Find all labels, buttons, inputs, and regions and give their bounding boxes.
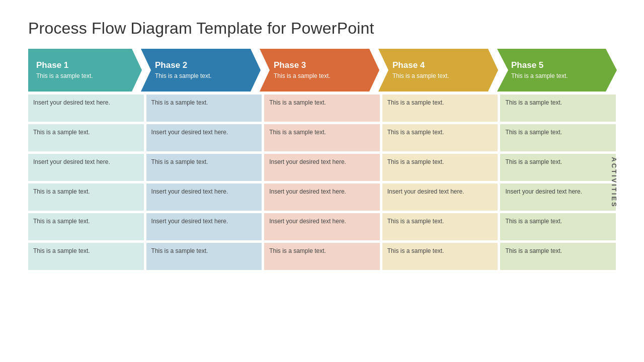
activities-label: ACTIVITIES bbox=[611, 157, 618, 208]
phase-sub-3: This is a sample text. bbox=[274, 72, 371, 80]
cell-r4-c5[interactable]: Insert your desired text here. bbox=[500, 184, 616, 211]
cell-r2-c2[interactable]: Insert your desired text here. bbox=[146, 124, 262, 151]
grid-row-5: This is a sample text.Insert your desire… bbox=[28, 213, 616, 240]
cell-r1-c5[interactable]: This is a sample text. bbox=[500, 95, 616, 122]
phase-arrow-1: Phase 1This is a sample text. bbox=[28, 49, 142, 92]
cell-r5-c1[interactable]: This is a sample text. bbox=[28, 213, 144, 240]
cell-r3-c3[interactable]: Insert your desired text here. bbox=[264, 154, 380, 181]
phase-arrow-5: Phase 5This is a sample text. bbox=[497, 49, 617, 92]
cell-r1-c2[interactable]: This is a sample text. bbox=[146, 95, 262, 122]
phase-name-2: Phase 2 bbox=[155, 60, 253, 70]
phase-name-5: Phase 5 bbox=[511, 60, 609, 70]
phase-sub-2: This is a sample text. bbox=[155, 72, 253, 80]
cell-r5-c2[interactable]: Insert your desired text here. bbox=[146, 213, 262, 240]
cell-r5-c3[interactable]: Insert your desired text here. bbox=[264, 213, 380, 240]
cell-r2-c4[interactable]: This is a sample text. bbox=[382, 124, 498, 151]
phase-arrow-2: Phase 2This is a sample text. bbox=[141, 49, 261, 92]
phases-row: Phase 1This is a sample text.Phase 2This… bbox=[28, 49, 616, 92]
cell-r3-c4[interactable]: This is a sample text. bbox=[382, 154, 498, 181]
grid-container: ACTIVITIES Insert your desired text here… bbox=[28, 95, 616, 270]
cell-r6-c3[interactable]: This is a sample text. bbox=[264, 243, 380, 270]
cell-r4-c3[interactable]: Insert your desired text here. bbox=[264, 184, 380, 211]
grid-row-6: This is a sample text.This is a sample t… bbox=[28, 243, 616, 270]
cell-r2-c5[interactable]: This is a sample text. bbox=[500, 124, 616, 151]
phase-arrow-3: Phase 3This is a sample text. bbox=[260, 49, 379, 92]
phase-arrow-4: Phase 4This is a sample text. bbox=[378, 49, 498, 92]
grid-row-1: Insert your desired text here.This is a … bbox=[28, 95, 616, 122]
cell-r6-c1[interactable]: This is a sample text. bbox=[28, 243, 144, 270]
phase-name-1: Phase 1 bbox=[36, 60, 134, 70]
phase-sub-5: This is a sample text. bbox=[511, 72, 609, 80]
phase-name-4: Phase 4 bbox=[392, 60, 490, 70]
cell-r6-c4[interactable]: This is a sample text. bbox=[382, 243, 498, 270]
cell-r3-c1[interactable]: Insert your desired text here. bbox=[28, 154, 144, 181]
cell-r1-c4[interactable]: This is a sample text. bbox=[382, 95, 498, 122]
cell-r6-c2[interactable]: This is a sample text. bbox=[146, 243, 262, 270]
cell-r5-c5[interactable]: This is a sample text. bbox=[500, 213, 616, 240]
cell-r5-c4[interactable]: This is a sample text. bbox=[382, 213, 498, 240]
cell-r3-c5[interactable]: This is a sample text. bbox=[500, 154, 616, 181]
cell-r2-c3[interactable]: This is a sample text. bbox=[264, 124, 380, 151]
grid-row-3: Insert your desired text here.This is a … bbox=[28, 154, 616, 181]
cell-r1-c3[interactable]: This is a sample text. bbox=[264, 95, 380, 122]
cell-r3-c2[interactable]: This is a sample text. bbox=[146, 154, 262, 181]
cell-r4-c4[interactable]: Insert your desired text here. bbox=[382, 184, 498, 211]
cell-r4-c1[interactable]: This is a sample text. bbox=[28, 184, 144, 211]
cell-r6-c5[interactable]: This is a sample text. bbox=[500, 243, 616, 270]
cell-r2-c1[interactable]: This is a sample text. bbox=[28, 124, 144, 151]
grid-row-2: This is a sample text.Insert your desire… bbox=[28, 124, 616, 151]
phase-name-3: Phase 3 bbox=[274, 60, 371, 70]
cell-r4-c2[interactable]: Insert your desired text here. bbox=[146, 184, 262, 211]
cell-r1-c1[interactable]: Insert your desired text here. bbox=[28, 95, 144, 122]
grid-row-4: This is a sample text.Insert your desire… bbox=[28, 184, 616, 211]
phase-sub-1: This is a sample text. bbox=[36, 72, 134, 80]
phase-sub-4: This is a sample text. bbox=[392, 72, 490, 80]
page-title: Process Flow Diagram Template for PowerP… bbox=[28, 19, 616, 38]
main-content: Phase 1This is a sample text.Phase 2This… bbox=[28, 49, 616, 270]
